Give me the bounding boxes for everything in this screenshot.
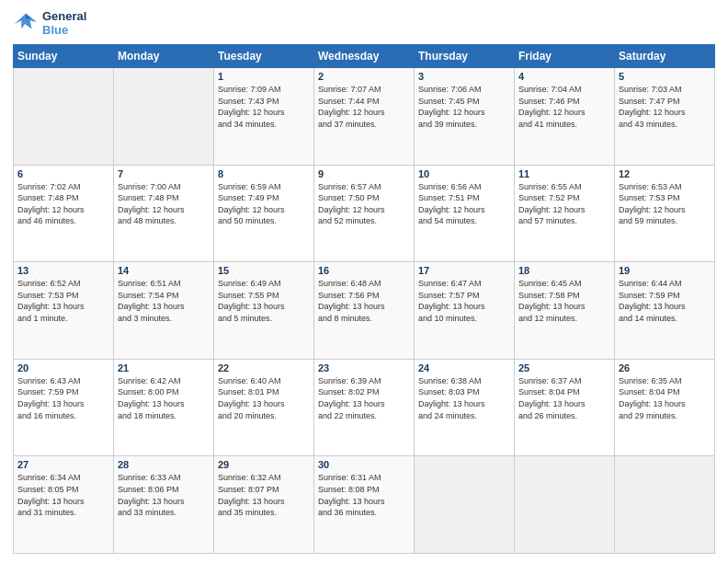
calendar-cell: 24Sunrise: 6:38 AM Sunset: 8:03 PM Dayli… — [415, 359, 515, 456]
logo-bird-icon — [13, 10, 39, 36]
day-info: Sunrise: 6:45 AM Sunset: 7:58 PM Dayligh… — [518, 278, 610, 324]
calendar-cell: 14Sunrise: 6:51 AM Sunset: 7:54 PM Dayli… — [114, 262, 214, 360]
day-number: 26 — [619, 362, 711, 373]
calendar-cell: 30Sunrise: 6:31 AM Sunset: 8:08 PM Dayli… — [314, 456, 415, 554]
column-header-tuesday: Tuesday — [214, 45, 314, 68]
calendar-cell — [14, 68, 114, 166]
calendar-row: 6Sunrise: 7:02 AM Sunset: 7:48 PM Daylig… — [14, 165, 715, 262]
day-info: Sunrise: 6:43 AM Sunset: 7:59 PM Dayligh… — [17, 375, 109, 421]
day-info: Sunrise: 6:34 AM Sunset: 8:05 PM Dayligh… — [17, 472, 109, 518]
calendar-row: 1Sunrise: 7:09 AM Sunset: 7:43 PM Daylig… — [14, 68, 715, 166]
day-info: Sunrise: 6:32 AM Sunset: 8:07 PM Dayligh… — [218, 472, 310, 518]
column-header-friday: Friday — [515, 45, 615, 68]
day-info: Sunrise: 6:40 AM Sunset: 8:01 PM Dayligh… — [218, 375, 310, 421]
day-number: 18 — [518, 265, 610, 276]
day-number: 27 — [17, 459, 109, 470]
day-number: 10 — [418, 168, 510, 179]
calendar-cell: 21Sunrise: 6:42 AM Sunset: 8:00 PM Dayli… — [114, 359, 214, 456]
column-header-sunday: Sunday — [14, 45, 114, 68]
day-number: 24 — [418, 362, 510, 373]
calendar-cell: 2Sunrise: 7:07 AM Sunset: 7:44 PM Daylig… — [314, 68, 415, 166]
column-header-thursday: Thursday — [415, 45, 515, 68]
day-number: 23 — [318, 362, 410, 373]
calendar-cell: 8Sunrise: 6:59 AM Sunset: 7:49 PM Daylig… — [214, 165, 314, 262]
day-info: Sunrise: 6:33 AM Sunset: 8:06 PM Dayligh… — [118, 472, 210, 518]
day-info: Sunrise: 6:37 AM Sunset: 8:04 PM Dayligh… — [518, 375, 610, 421]
calendar-cell: 20Sunrise: 6:43 AM Sunset: 7:59 PM Dayli… — [14, 359, 114, 456]
calendar-row: 13Sunrise: 6:52 AM Sunset: 7:53 PM Dayli… — [14, 262, 715, 360]
column-header-saturday: Saturday — [615, 45, 715, 68]
day-number: 6 — [17, 168, 109, 179]
day-number: 2 — [318, 71, 410, 82]
calendar-cell: 7Sunrise: 7:00 AM Sunset: 7:48 PM Daylig… — [114, 165, 214, 262]
calendar-cell: 17Sunrise: 6:47 AM Sunset: 7:57 PM Dayli… — [415, 262, 515, 360]
day-info: Sunrise: 7:06 AM Sunset: 7:45 PM Dayligh… — [418, 84, 510, 130]
day-info: Sunrise: 6:42 AM Sunset: 8:00 PM Dayligh… — [118, 375, 210, 421]
calendar-cell — [114, 68, 214, 166]
calendar-body: 1Sunrise: 7:09 AM Sunset: 7:43 PM Daylig… — [14, 68, 715, 554]
day-info: Sunrise: 6:56 AM Sunset: 7:51 PM Dayligh… — [418, 181, 510, 227]
calendar-row: 20Sunrise: 6:43 AM Sunset: 7:59 PM Dayli… — [14, 359, 715, 456]
calendar-table: SundayMondayTuesdayWednesdayThursdayFrid… — [13, 44, 715, 554]
day-number: 9 — [318, 168, 410, 179]
day-info: Sunrise: 6:38 AM Sunset: 8:03 PM Dayligh… — [418, 375, 510, 421]
day-info: Sunrise: 6:53 AM Sunset: 7:53 PM Dayligh… — [619, 181, 711, 227]
calendar-cell: 16Sunrise: 6:48 AM Sunset: 7:56 PM Dayli… — [314, 262, 415, 360]
day-number: 28 — [118, 459, 210, 470]
day-info: Sunrise: 7:00 AM Sunset: 7:48 PM Dayligh… — [118, 181, 210, 227]
calendar-cell: 13Sunrise: 6:52 AM Sunset: 7:53 PM Dayli… — [14, 262, 114, 360]
day-info: Sunrise: 6:44 AM Sunset: 7:59 PM Dayligh… — [619, 278, 711, 324]
day-info: Sunrise: 7:04 AM Sunset: 7:46 PM Dayligh… — [518, 84, 610, 130]
column-header-wednesday: Wednesday — [314, 45, 415, 68]
calendar-cell: 3Sunrise: 7:06 AM Sunset: 7:45 PM Daylig… — [415, 68, 515, 166]
calendar-cell: 15Sunrise: 6:49 AM Sunset: 7:55 PM Dayli… — [214, 262, 314, 360]
day-number: 21 — [118, 362, 210, 373]
day-info: Sunrise: 6:49 AM Sunset: 7:55 PM Dayligh… — [218, 278, 310, 324]
day-number: 7 — [118, 168, 210, 179]
day-info: Sunrise: 6:57 AM Sunset: 7:50 PM Dayligh… — [318, 181, 410, 227]
page: General Blue SundayMondayTuesdayWednesda… — [0, 0, 728, 563]
day-number: 29 — [218, 459, 310, 470]
day-number: 12 — [619, 168, 711, 179]
calendar-cell: 29Sunrise: 6:32 AM Sunset: 8:07 PM Dayli… — [214, 456, 314, 554]
day-number: 20 — [17, 362, 109, 373]
day-number: 8 — [218, 168, 310, 179]
day-info: Sunrise: 6:55 AM Sunset: 7:52 PM Dayligh… — [518, 181, 610, 227]
day-number: 14 — [118, 265, 210, 276]
day-number: 3 — [418, 71, 510, 82]
calendar-cell: 19Sunrise: 6:44 AM Sunset: 7:59 PM Dayli… — [615, 262, 715, 360]
header: General Blue — [13, 9, 715, 37]
calendar-cell: 6Sunrise: 7:02 AM Sunset: 7:48 PM Daylig… — [14, 165, 114, 262]
calendar-cell: 25Sunrise: 6:37 AM Sunset: 8:04 PM Dayli… — [515, 359, 615, 456]
calendar-cell — [615, 456, 715, 554]
day-number: 25 — [518, 362, 610, 373]
calendar-cell: 5Sunrise: 7:03 AM Sunset: 7:47 PM Daylig… — [615, 68, 715, 166]
day-info: Sunrise: 6:59 AM Sunset: 7:49 PM Dayligh… — [218, 181, 310, 227]
calendar-cell: 28Sunrise: 6:33 AM Sunset: 8:06 PM Dayli… — [114, 456, 214, 554]
day-number: 16 — [318, 265, 410, 276]
calendar-cell: 27Sunrise: 6:34 AM Sunset: 8:05 PM Dayli… — [14, 456, 114, 554]
day-number: 15 — [218, 265, 310, 276]
day-number: 22 — [218, 362, 310, 373]
logo-text: General Blue — [42, 9, 86, 37]
day-info: Sunrise: 6:35 AM Sunset: 8:04 PM Dayligh… — [619, 375, 711, 421]
day-info: Sunrise: 7:03 AM Sunset: 7:47 PM Dayligh… — [619, 84, 711, 130]
calendar-cell: 11Sunrise: 6:55 AM Sunset: 7:52 PM Dayli… — [515, 165, 615, 262]
day-number: 17 — [418, 265, 510, 276]
calendar-header: SundayMondayTuesdayWednesdayThursdayFrid… — [14, 45, 715, 68]
day-number: 1 — [218, 71, 310, 82]
calendar-cell: 9Sunrise: 6:57 AM Sunset: 7:50 PM Daylig… — [314, 165, 415, 262]
day-info: Sunrise: 6:52 AM Sunset: 7:53 PM Dayligh… — [17, 278, 109, 324]
day-number: 13 — [17, 265, 109, 276]
calendar-cell: 4Sunrise: 7:04 AM Sunset: 7:46 PM Daylig… — [515, 68, 615, 166]
day-number: 19 — [619, 265, 711, 276]
calendar-cell: 10Sunrise: 6:56 AM Sunset: 7:51 PM Dayli… — [415, 165, 515, 262]
day-number: 30 — [318, 459, 410, 470]
day-number: 4 — [518, 71, 610, 82]
calendar-row: 27Sunrise: 6:34 AM Sunset: 8:05 PM Dayli… — [14, 456, 715, 554]
day-number: 5 — [619, 71, 711, 82]
logo: General Blue — [13, 9, 86, 37]
calendar-cell — [515, 456, 615, 554]
calendar-cell — [415, 456, 515, 554]
day-info: Sunrise: 6:39 AM Sunset: 8:02 PM Dayligh… — [318, 375, 410, 421]
